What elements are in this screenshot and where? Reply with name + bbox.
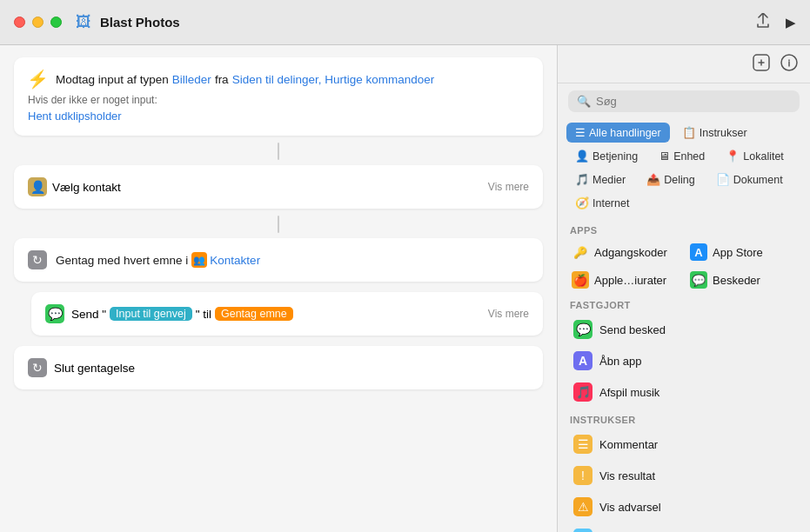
tab-betjening[interactable]: 👤 Betjening — [566, 146, 646, 166]
card1-text: Modtag input af typen Billeder fra Siden… — [56, 73, 529, 86]
card3-header: ↻ Gentag med hvert emne i 👥 Kontakter — [28, 250, 529, 269]
card5-label: Slut gentagelse — [54, 362, 135, 375]
end-repeat-icon: ↻ — [28, 358, 47, 377]
instrukser-sporg-input[interactable]: ? Spørg efter input — [566, 522, 801, 532]
tab-enhed[interactable]: 🖥 Enhed — [650, 146, 713, 166]
share-button[interactable] — [756, 13, 770, 32]
section-pinned-label: Fastgjort — [566, 293, 801, 314]
action-card-send-message: 💬 Send " Input til genvej " til Gentag e… — [31, 292, 543, 336]
tab-lokalitet[interactable]: 📍 Lokalitet — [717, 146, 793, 166]
tab-betjening-label: Betjening — [592, 150, 638, 163]
deling-icon: 📤 — [646, 173, 660, 186]
card1-tag-source[interactable]: Siden til delinger, Hurtige kommandoer — [232, 73, 435, 86]
card2-vis-mere[interactable]: Vis mere — [488, 181, 529, 193]
card1-conditional: Hvis der ikke er noget input: — [28, 94, 529, 106]
add-action-icon[interactable] — [753, 54, 770, 76]
pinned-afspil-musik[interactable]: 🎵 Afspil musik — [566, 376, 801, 408]
run-button[interactable]: ▶ — [786, 15, 796, 30]
betjening-icon: 👤 — [575, 150, 589, 163]
tab-internet-label: Internet — [592, 197, 629, 209]
vis-advarsel-icon: ⚠ — [573, 497, 592, 516]
action-card-repeat: ↻ Gentag med hvert emne i 👥 Kontakter — [14, 238, 543, 282]
main-content: ⚡ Modtag input af typen Billeder fra Sid… — [0, 45, 810, 532]
afspil-musik-icon: 🎵 — [573, 382, 592, 402]
abn-app-label: Åbn app — [599, 355, 641, 368]
appstore-icon: A — [690, 243, 707, 261]
instrukser-icon: 📋 — [682, 126, 696, 139]
app-item-apple[interactable]: 🍎 Apple…iurater — [566, 267, 683, 293]
app-title: Blast Photos — [100, 15, 756, 30]
tab-medier-label: Medier — [592, 174, 626, 186]
repeat-icon: ↻ — [28, 250, 47, 269]
instrukser-kommentar[interactable]: ☰ Kommentar — [566, 429, 801, 460]
action-card-receive-input: ⚡ Modtag input af typen Billeder fra Sid… — [14, 57, 543, 136]
action-card-choose-contact: 👤 Vælg kontakt Vis mere — [14, 165, 543, 209]
contacts-icon: 👥 — [191, 252, 207, 268]
search-box[interactable]: 🔍 — [568, 90, 800, 112]
search-input[interactable] — [596, 95, 791, 108]
card4-tag-repeat[interactable]: Gentag emne — [215, 307, 293, 321]
card4-text-before: Send " — [71, 308, 106, 321]
instrukser-vis-advarsel[interactable]: ⚠ Vis advarsel — [566, 491, 801, 522]
card1-clipboard-link[interactable]: Hent udklipsholder — [28, 110, 122, 123]
right-panel-top — [558, 45, 810, 83]
tab-all-label: Alle handlinger — [589, 127, 661, 139]
dokument-icon: 📄 — [716, 173, 730, 186]
internet-icon: 🧭 — [575, 196, 589, 209]
card2-label: Vælg kontakt — [52, 181, 488, 194]
card4-vis-mere[interactable]: Vis mere — [488, 308, 529, 320]
tab-medier[interactable]: 🎵 Medier — [566, 170, 634, 190]
divider-2 — [278, 216, 279, 233]
card4-text-mid: " til — [196, 308, 211, 321]
tab-internet[interactable]: 🧭 Internet — [566, 193, 638, 213]
card4-tag-input[interactable]: Input til genvej — [110, 307, 192, 321]
app-item-adgangskoder[interactable]: 🔑 Adgangskoder — [566, 239, 683, 265]
card1-text-middle: fra — [215, 73, 229, 86]
instrukser-vis-resultat[interactable]: ! Vis resultat — [566, 460, 801, 491]
kommentar-label: Kommentar — [599, 438, 658, 451]
window-controls — [14, 17, 62, 28]
tab-dokument[interactable]: 📄 Dokument — [707, 170, 792, 190]
tab-enhed-label: Enhed — [673, 150, 705, 163]
app-item-beskeder[interactable]: 💬 Beskeder — [685, 267, 801, 293]
minimize-button[interactable] — [32, 17, 44, 28]
left-panel: ⚡ Modtag input af typen Billeder fra Sid… — [0, 45, 558, 532]
beskeder-icon: 💬 — [690, 271, 707, 289]
tab-instrukser-label: Instrukser — [700, 127, 747, 139]
category-tabs: ☰ Alle handlinger 📋 Instrukser 👤 Betjeni… — [558, 119, 810, 218]
vis-resultat-label: Vis resultat — [599, 469, 655, 482]
app-icon: 🖼 — [74, 13, 93, 32]
card3-text-before: Gentag med hvert emne i — [56, 254, 188, 267]
close-button[interactable] — [14, 17, 25, 28]
pinned-send-besked[interactable]: 💬 Send besked — [566, 314, 801, 345]
afspil-musik-label: Afspil musik — [599, 386, 659, 399]
search-icon: 🔍 — [577, 95, 591, 108]
kommentar-icon: ☰ — [573, 435, 592, 454]
card2-row: 👤 Vælg kontakt Vis mere — [28, 177, 529, 196]
apps-grid: 🔑 Adgangskoder A App Store 🍎 Apple…iurat… — [566, 239, 801, 293]
medier-icon: 🎵 — [575, 173, 589, 186]
pinned-abn-app[interactable]: A Åbn app — [566, 345, 801, 376]
action-list: Apps 🔑 Adgangskoder A App Store 🍎 Apple…… — [558, 218, 810, 532]
maximize-button[interactable] — [50, 17, 62, 28]
sporg-input-icon: ? — [573, 529, 592, 532]
tab-deling[interactable]: 📤 Deling — [638, 170, 703, 190]
tab-all-actions[interactable]: ☰ Alle handlinger — [566, 123, 670, 143]
lokalitet-icon: 📍 — [726, 150, 740, 163]
card1-tag-type[interactable]: Billeder — [172, 73, 211, 86]
info-icon[interactable] — [780, 54, 798, 76]
apple-icon: 🍎 — [572, 271, 589, 289]
tab-instrukser[interactable]: 📋 Instrukser — [673, 123, 756, 143]
card3-contacts-link[interactable]: Kontakter — [210, 254, 260, 267]
action-card-end-repeat: ↻ Slut gentagelse — [14, 346, 543, 389]
enhed-icon: 🖥 — [659, 150, 670, 163]
card4-row: 💬 Send " Input til genvej " til Gentag e… — [45, 304, 529, 323]
all-actions-icon: ☰ — [575, 126, 586, 139]
section-instrukser-label: Instrukser — [566, 408, 801, 429]
receive-input-icon: ⚡ — [28, 70, 47, 89]
card1-header: ⚡ Modtag input af typen Billeder fra Sid… — [28, 70, 529, 89]
right-panel: 🔍 ☰ Alle handlinger 📋 Instrukser 👤 Betje… — [558, 45, 810, 532]
vis-advarsel-label: Vis advarsel — [599, 501, 661, 514]
card1-text-before: Modtag input af typen — [56, 73, 169, 86]
app-item-appstore[interactable]: A App Store — [685, 239, 801, 265]
